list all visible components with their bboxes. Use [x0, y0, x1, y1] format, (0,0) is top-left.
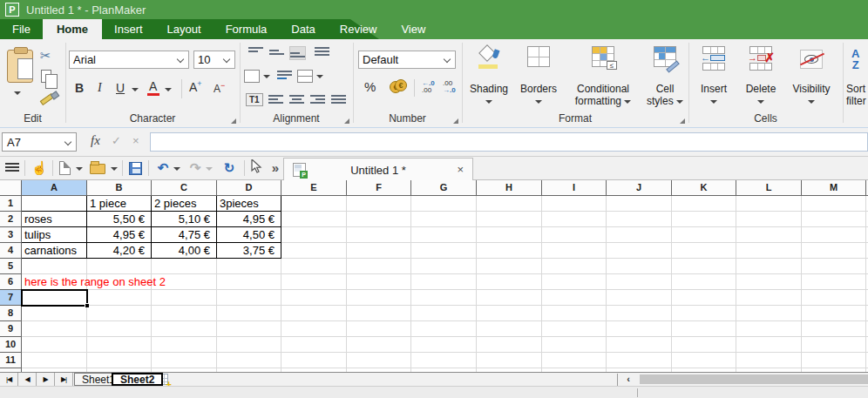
horizontal-scrollbar-thumb[interactable] [640, 374, 868, 384]
cell-M10[interactable] [802, 337, 866, 353]
cell-M8[interactable] [802, 306, 866, 321]
cell-J2[interactable] [607, 212, 672, 227]
insert-function-button[interactable]: fx [91, 133, 100, 148]
cell-J7[interactable] [607, 290, 672, 306]
cell-K5[interactable] [672, 259, 736, 274]
cell-H3[interactable] [477, 227, 542, 243]
number-format-combo[interactable]: Default [358, 51, 456, 69]
cell-H11[interactable] [477, 353, 542, 368]
cell-D9[interactable] [217, 321, 281, 337]
cell-M1[interactable] [802, 196, 866, 212]
cell-K10[interactable] [672, 337, 736, 353]
italic-button[interactable]: I [98, 81, 102, 95]
cell-G4[interactable] [411, 243, 477, 259]
cell-L2[interactable] [736, 212, 802, 227]
align-left-button[interactable] [268, 95, 283, 107]
column-header-F[interactable]: F [347, 180, 411, 196]
cell-L5[interactable] [736, 259, 802, 274]
cell-D10[interactable] [217, 337, 281, 353]
cell-E10[interactable] [281, 337, 347, 353]
cell-G1[interactable] [411, 196, 477, 212]
cell-A8[interactable] [22, 306, 87, 321]
cell-styles-button[interactable]: Cell styles [643, 43, 687, 116]
open-file-button[interactable] [90, 164, 105, 174]
cell-H9[interactable] [477, 321, 542, 337]
cell-I4[interactable] [542, 243, 607, 259]
cell-M4[interactable] [802, 243, 866, 259]
cell-F4[interactable] [347, 243, 411, 259]
column-header-C[interactable]: C [152, 180, 217, 196]
cell-F7[interactable] [347, 290, 411, 306]
touch-mode-button[interactable]: ☝ [30, 159, 49, 177]
cell-H4[interactable] [477, 243, 542, 259]
cell-B8[interactable] [87, 306, 152, 321]
cell-F1[interactable] [347, 196, 411, 212]
cell-L9[interactable] [736, 321, 802, 337]
cell-K7[interactable] [672, 290, 736, 306]
column-header-J[interactable]: J [607, 180, 672, 196]
column-header-G[interactable]: G [411, 180, 477, 196]
font-color-button[interactable]: A [149, 79, 157, 93]
cell-A1[interactable] [22, 196, 87, 212]
number-dialog-launcher[interactable] [453, 118, 458, 124]
font-name-combo[interactable]: Arial [69, 51, 189, 69]
cell-I5[interactable] [542, 259, 607, 274]
cell-K6[interactable] [672, 274, 736, 290]
column-header-I[interactable]: I [542, 180, 607, 196]
valign-justify-button[interactable] [315, 47, 329, 59]
cell-G6[interactable] [411, 274, 477, 290]
cell-C9[interactable] [152, 321, 217, 337]
pointer-mode-button[interactable] [251, 159, 267, 177]
document-tab[interactable]: P Untitled 1 * × [283, 158, 473, 180]
cell-D7[interactable] [217, 290, 281, 306]
border-style-button[interactable] [244, 70, 260, 83]
cell-F10[interactable] [347, 337, 411, 353]
cell-I2[interactable] [542, 212, 607, 227]
cell-J8[interactable] [607, 306, 672, 321]
cell-E5[interactable] [281, 259, 347, 274]
sheet-tab-sheet2[interactable]: Sheet2 [112, 373, 163, 386]
open-file-dropdown[interactable] [111, 167, 118, 171]
cell-E7[interactable] [281, 290, 347, 306]
cell-C10[interactable] [152, 337, 217, 353]
first-sheet-button[interactable]: |◀ [0, 373, 18, 386]
cell-K2[interactable] [672, 212, 736, 227]
cell-J5[interactable] [607, 259, 672, 274]
merge-cells-button[interactable] [297, 70, 313, 83]
cell-B9[interactable] [87, 321, 152, 337]
row-header-11[interactable]: 11 [0, 353, 22, 368]
cell-I7[interactable] [542, 290, 607, 306]
row-header-1[interactable]: 1 [0, 196, 22, 212]
save-button[interactable] [129, 162, 142, 175]
cell-M11[interactable] [802, 353, 866, 368]
cell-E9[interactable] [281, 321, 347, 337]
scroll-left-button[interactable]: ‹ [619, 373, 638, 386]
shrink-font-button[interactable]: A− [214, 81, 225, 95]
cell-name-box[interactable]: A7 [2, 132, 77, 152]
cell-L10[interactable] [736, 337, 802, 353]
cancel-entry-button[interactable]: × [132, 134, 139, 147]
cell-L4[interactable] [736, 243, 802, 259]
cell-E11[interactable] [281, 353, 347, 368]
cell-C7[interactable] [152, 290, 217, 306]
remove-decimal-button[interactable]: .00→.0 [443, 80, 456, 94]
cell-F9[interactable] [347, 321, 411, 337]
border-style-dropdown[interactable] [263, 75, 270, 78]
menu-tab-review[interactable]: Review [328, 19, 390, 39]
column-header-H[interactable]: H [477, 180, 542, 196]
selected-cell-A7[interactable] [21, 289, 88, 307]
cell-G8[interactable] [411, 306, 477, 321]
cell-I9[interactable] [542, 321, 607, 337]
cell-M9[interactable] [802, 321, 866, 337]
cell-K11[interactable] [672, 353, 736, 368]
cell-C8[interactable] [152, 306, 217, 321]
menu-icon[interactable] [5, 163, 19, 173]
add-decimal-button[interactable]: ←.0.00 [422, 80, 435, 94]
percent-button[interactable]: % [364, 79, 376, 94]
cell-G5[interactable] [411, 259, 477, 274]
fill-handle[interactable] [85, 303, 89, 307]
cell-F6[interactable] [347, 274, 411, 290]
cell-E4[interactable] [281, 243, 347, 259]
column-header-M[interactable]: M [802, 180, 866, 196]
cell-A5[interactable] [22, 259, 87, 274]
